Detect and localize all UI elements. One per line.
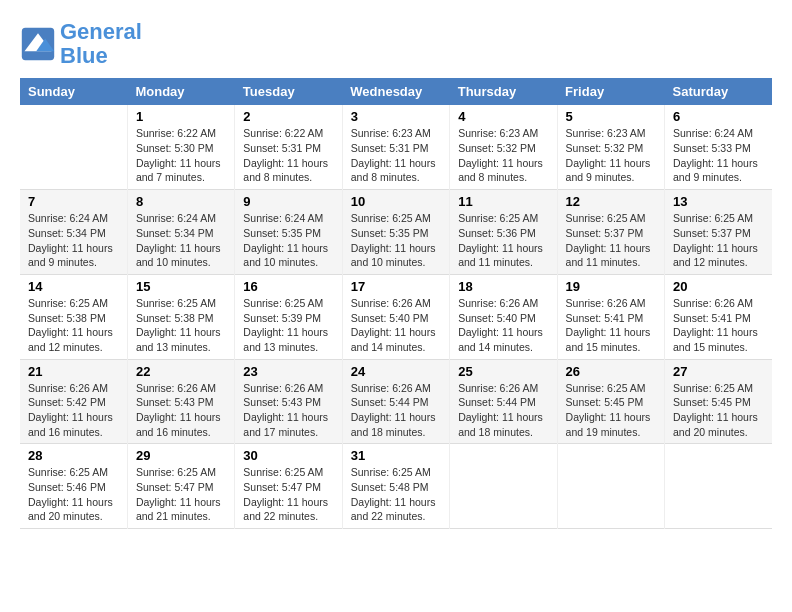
day-number: 7 [28, 194, 119, 209]
day-number: 22 [136, 364, 226, 379]
calendar-day-cell: 2Sunrise: 6:22 AMSunset: 5:31 PMDaylight… [235, 105, 342, 189]
day-info: Sunrise: 6:25 AMSunset: 5:48 PMDaylight:… [351, 465, 441, 524]
calendar-day-cell: 23Sunrise: 6:26 AMSunset: 5:43 PMDayligh… [235, 359, 342, 444]
day-info: Sunrise: 6:25 AMSunset: 5:39 PMDaylight:… [243, 296, 333, 355]
calendar-header-row: SundayMondayTuesdayWednesdayThursdayFrid… [20, 78, 772, 105]
calendar-day-cell: 6Sunrise: 6:24 AMSunset: 5:33 PMDaylight… [665, 105, 772, 189]
day-info: Sunrise: 6:24 AMSunset: 5:34 PMDaylight:… [28, 211, 119, 270]
day-number: 21 [28, 364, 119, 379]
day-info: Sunrise: 6:26 AMSunset: 5:44 PMDaylight:… [351, 381, 441, 440]
calendar-day-cell [450, 444, 557, 529]
day-info: Sunrise: 6:22 AMSunset: 5:30 PMDaylight:… [136, 126, 226, 185]
day-number: 15 [136, 279, 226, 294]
weekday-header: Monday [127, 78, 234, 105]
day-number: 27 [673, 364, 764, 379]
calendar-day-cell [20, 105, 127, 189]
calendar-day-cell: 31Sunrise: 6:25 AMSunset: 5:48 PMDayligh… [342, 444, 449, 529]
day-info: Sunrise: 6:25 AMSunset: 5:35 PMDaylight:… [351, 211, 441, 270]
day-number: 4 [458, 109, 548, 124]
day-number: 2 [243, 109, 333, 124]
calendar-week-row: 14Sunrise: 6:25 AMSunset: 5:38 PMDayligh… [20, 274, 772, 359]
calendar-day-cell: 7Sunrise: 6:24 AMSunset: 5:34 PMDaylight… [20, 190, 127, 275]
day-info: Sunrise: 6:25 AMSunset: 5:37 PMDaylight:… [673, 211, 764, 270]
weekday-header: Tuesday [235, 78, 342, 105]
day-number: 6 [673, 109, 764, 124]
calendar-day-cell: 27Sunrise: 6:25 AMSunset: 5:45 PMDayligh… [665, 359, 772, 444]
day-number: 17 [351, 279, 441, 294]
calendar-table: SundayMondayTuesdayWednesdayThursdayFrid… [20, 78, 772, 529]
day-number: 1 [136, 109, 226, 124]
day-number: 29 [136, 448, 226, 463]
day-number: 3 [351, 109, 441, 124]
day-number: 18 [458, 279, 548, 294]
calendar-week-row: 7Sunrise: 6:24 AMSunset: 5:34 PMDaylight… [20, 190, 772, 275]
day-number: 19 [566, 279, 656, 294]
calendar-week-row: 21Sunrise: 6:26 AMSunset: 5:42 PMDayligh… [20, 359, 772, 444]
calendar-day-cell: 21Sunrise: 6:26 AMSunset: 5:42 PMDayligh… [20, 359, 127, 444]
calendar-day-cell: 5Sunrise: 6:23 AMSunset: 5:32 PMDaylight… [557, 105, 664, 189]
calendar-day-cell: 17Sunrise: 6:26 AMSunset: 5:40 PMDayligh… [342, 274, 449, 359]
day-number: 14 [28, 279, 119, 294]
day-number: 26 [566, 364, 656, 379]
day-info: Sunrise: 6:26 AMSunset: 5:44 PMDaylight:… [458, 381, 548, 440]
day-info: Sunrise: 6:23 AMSunset: 5:32 PMDaylight:… [458, 126, 548, 185]
calendar-day-cell: 20Sunrise: 6:26 AMSunset: 5:41 PMDayligh… [665, 274, 772, 359]
day-info: Sunrise: 6:25 AMSunset: 5:46 PMDaylight:… [28, 465, 119, 524]
calendar-day-cell [557, 444, 664, 529]
day-info: Sunrise: 6:26 AMSunset: 5:40 PMDaylight:… [351, 296, 441, 355]
day-number: 24 [351, 364, 441, 379]
day-number: 23 [243, 364, 333, 379]
calendar-day-cell: 30Sunrise: 6:25 AMSunset: 5:47 PMDayligh… [235, 444, 342, 529]
weekday-header: Wednesday [342, 78, 449, 105]
calendar-day-cell: 11Sunrise: 6:25 AMSunset: 5:36 PMDayligh… [450, 190, 557, 275]
weekday-header: Sunday [20, 78, 127, 105]
calendar-day-cell: 28Sunrise: 6:25 AMSunset: 5:46 PMDayligh… [20, 444, 127, 529]
calendar-day-cell: 22Sunrise: 6:26 AMSunset: 5:43 PMDayligh… [127, 359, 234, 444]
day-info: Sunrise: 6:23 AMSunset: 5:31 PMDaylight:… [351, 126, 441, 185]
day-number: 10 [351, 194, 441, 209]
day-number: 5 [566, 109, 656, 124]
day-info: Sunrise: 6:26 AMSunset: 5:43 PMDaylight:… [243, 381, 333, 440]
calendar-day-cell: 26Sunrise: 6:25 AMSunset: 5:45 PMDayligh… [557, 359, 664, 444]
page-header: General Blue [20, 20, 772, 68]
day-number: 30 [243, 448, 333, 463]
logo: General Blue [20, 20, 142, 68]
day-info: Sunrise: 6:24 AMSunset: 5:35 PMDaylight:… [243, 211, 333, 270]
weekday-header: Friday [557, 78, 664, 105]
calendar-day-cell: 10Sunrise: 6:25 AMSunset: 5:35 PMDayligh… [342, 190, 449, 275]
day-info: Sunrise: 6:25 AMSunset: 5:36 PMDaylight:… [458, 211, 548, 270]
day-info: Sunrise: 6:25 AMSunset: 5:45 PMDaylight:… [673, 381, 764, 440]
weekday-header: Thursday [450, 78, 557, 105]
day-number: 31 [351, 448, 441, 463]
calendar-day-cell: 14Sunrise: 6:25 AMSunset: 5:38 PMDayligh… [20, 274, 127, 359]
calendar-day-cell: 15Sunrise: 6:25 AMSunset: 5:38 PMDayligh… [127, 274, 234, 359]
calendar-day-cell: 18Sunrise: 6:26 AMSunset: 5:40 PMDayligh… [450, 274, 557, 359]
day-number: 16 [243, 279, 333, 294]
calendar-day-cell: 8Sunrise: 6:24 AMSunset: 5:34 PMDaylight… [127, 190, 234, 275]
calendar-week-row: 1Sunrise: 6:22 AMSunset: 5:30 PMDaylight… [20, 105, 772, 189]
day-number: 13 [673, 194, 764, 209]
calendar-day-cell: 12Sunrise: 6:25 AMSunset: 5:37 PMDayligh… [557, 190, 664, 275]
calendar-week-row: 28Sunrise: 6:25 AMSunset: 5:46 PMDayligh… [20, 444, 772, 529]
calendar-day-cell: 24Sunrise: 6:26 AMSunset: 5:44 PMDayligh… [342, 359, 449, 444]
calendar-day-cell: 19Sunrise: 6:26 AMSunset: 5:41 PMDayligh… [557, 274, 664, 359]
day-info: Sunrise: 6:22 AMSunset: 5:31 PMDaylight:… [243, 126, 333, 185]
day-info: Sunrise: 6:25 AMSunset: 5:47 PMDaylight:… [243, 465, 333, 524]
calendar-day-cell: 16Sunrise: 6:25 AMSunset: 5:39 PMDayligh… [235, 274, 342, 359]
calendar-day-cell [665, 444, 772, 529]
day-info: Sunrise: 6:25 AMSunset: 5:38 PMDaylight:… [136, 296, 226, 355]
day-info: Sunrise: 6:25 AMSunset: 5:37 PMDaylight:… [566, 211, 656, 270]
calendar-day-cell: 1Sunrise: 6:22 AMSunset: 5:30 PMDaylight… [127, 105, 234, 189]
day-number: 25 [458, 364, 548, 379]
day-number: 11 [458, 194, 548, 209]
day-info: Sunrise: 6:24 AMSunset: 5:34 PMDaylight:… [136, 211, 226, 270]
logo-icon [20, 26, 56, 62]
day-info: Sunrise: 6:26 AMSunset: 5:42 PMDaylight:… [28, 381, 119, 440]
day-info: Sunrise: 6:26 AMSunset: 5:40 PMDaylight:… [458, 296, 548, 355]
day-info: Sunrise: 6:25 AMSunset: 5:45 PMDaylight:… [566, 381, 656, 440]
day-info: Sunrise: 6:26 AMSunset: 5:41 PMDaylight:… [673, 296, 764, 355]
calendar-day-cell: 13Sunrise: 6:25 AMSunset: 5:37 PMDayligh… [665, 190, 772, 275]
day-info: Sunrise: 6:23 AMSunset: 5:32 PMDaylight:… [566, 126, 656, 185]
calendar-day-cell: 3Sunrise: 6:23 AMSunset: 5:31 PMDaylight… [342, 105, 449, 189]
calendar-day-cell: 9Sunrise: 6:24 AMSunset: 5:35 PMDaylight… [235, 190, 342, 275]
